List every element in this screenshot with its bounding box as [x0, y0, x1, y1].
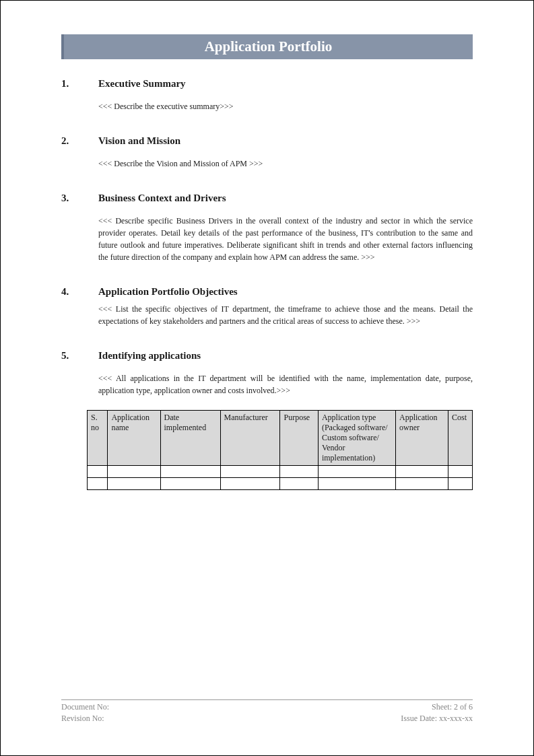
issue-date-label: Issue Date: xx-xxx-xx	[401, 713, 473, 724]
section-2: 2. Vision and Mission <<< Describe the V…	[61, 135, 473, 170]
page-title: Application Portfolio	[61, 34, 473, 59]
th-app-type: Application type (Packaged software/ Cus…	[318, 411, 395, 466]
th-owner: Application owner	[395, 411, 448, 466]
section-4: 4. Application Portfolio Objectives <<< …	[61, 286, 473, 327]
rev-no-label: Revision No:	[61, 713, 109, 724]
section-num: 4.	[61, 286, 98, 298]
section-heading-text: Business Context and Drivers	[98, 193, 226, 204]
section-5: 5. Identifying applications <<< All appl…	[61, 350, 473, 490]
th-date: Date implemented	[160, 411, 220, 466]
section-body: <<< All applications in the IT departmen…	[98, 372, 473, 397]
section-num: 5.	[61, 350, 98, 362]
section-heading-text: Application Portfolio Objectives	[98, 286, 238, 298]
section-body: <<< Describe the executive summary>>>	[98, 100, 473, 112]
section-body: <<< Describe the Vision and Mission of A…	[98, 158, 473, 170]
th-purpose: Purpose	[280, 411, 318, 466]
section-1: 1. Executive Summary <<< Describe the ex…	[61, 78, 473, 112]
th-app-name: Application name	[108, 411, 160, 466]
section-heading-text: Executive Summary	[98, 78, 186, 90]
section-body: <<< List the specific objectives of IT d…	[98, 303, 473, 327]
section-num: 3.	[61, 193, 98, 204]
doc-no-label: Document No:	[61, 701, 109, 713]
section-heading-text: Vision and Mission	[98, 135, 180, 147]
th-cost: Cost	[448, 411, 473, 466]
section-3: 3. Business Context and Drivers <<< Desc…	[61, 193, 473, 263]
table-row	[88, 466, 473, 478]
section-body: <<< Describe specific Business Drivers i…	[98, 215, 473, 263]
section-num: 1.	[61, 78, 98, 90]
table-header-row: S. no Application name Date implemented …	[88, 411, 473, 466]
table-row	[88, 478, 473, 490]
sheet-label: Sheet: 2 of 6	[401, 701, 473, 713]
applications-table: S. no Application name Date implemented …	[87, 410, 473, 490]
section-num: 2.	[61, 135, 98, 147]
section-heading-text: Identifying applications	[98, 350, 201, 362]
page-footer: Document No: Revision No: Sheet: 2 of 6 …	[61, 699, 473, 724]
th-manufacturer: Manufacturer	[220, 411, 280, 466]
th-sno: S. no	[88, 411, 108, 466]
